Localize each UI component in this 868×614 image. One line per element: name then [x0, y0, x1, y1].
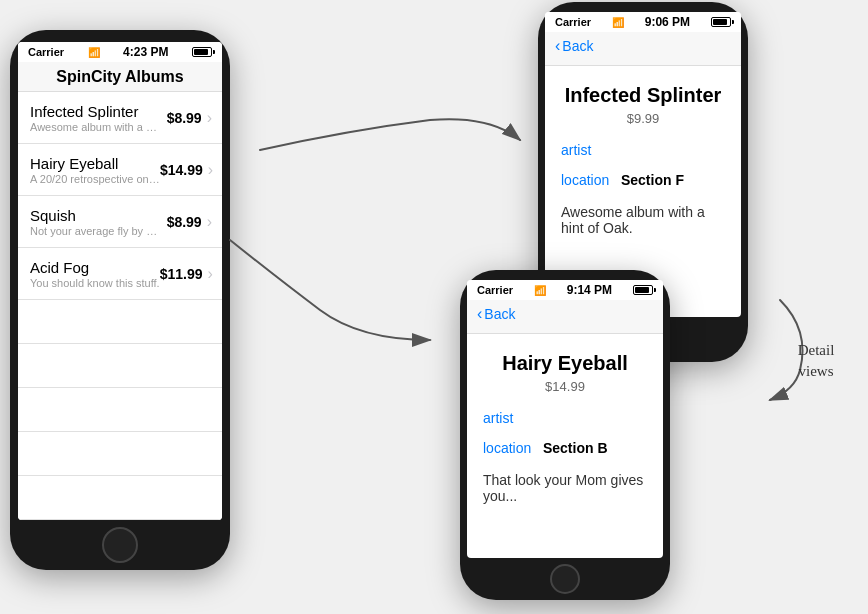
- status-bar-list: Carrier 📶 4:23 PM: [18, 42, 222, 62]
- chevron-icon-1: ›: [208, 161, 213, 179]
- time-list: 4:23 PM: [123, 45, 168, 59]
- back-button-1[interactable]: ‹ Back: [555, 38, 731, 54]
- nav-bar-list: SpinCity Albums: [18, 62, 222, 92]
- row-price-3: $11.99: [160, 266, 203, 282]
- table-row[interactable]: Infected Splinter Awesome album with a h…: [18, 92, 222, 144]
- phone-detail-hairy: Carrier 📶 9:14 PM ‹ Back Hairy Eyeball $…: [460, 270, 670, 600]
- row-title-1: Hairy Eyeball: [30, 155, 160, 172]
- carrier-d2: Carrier: [477, 284, 513, 296]
- row-subtitle-1: A 20/20 retrospective on Classi...: [30, 173, 160, 185]
- row-title-3: Acid Fog: [30, 259, 160, 276]
- location-value-1: Section F: [621, 172, 684, 188]
- table-row[interactable]: Squish Not your average fly by night b..…: [18, 196, 222, 248]
- detail1-location: location Section F: [561, 172, 725, 188]
- nav-bar-detail1: ‹ Back: [545, 32, 741, 66]
- empty-row: [18, 476, 222, 520]
- detail1-content: Infected Splinter $9.99 artist location …: [545, 66, 741, 254]
- battery-icon-d2: [633, 285, 653, 295]
- detail2-screen: Carrier 📶 9:14 PM ‹ Back Hairy Eyeball $…: [467, 280, 663, 558]
- detail1-title: Infected Splinter: [561, 84, 725, 107]
- row-content-2: Squish Not your average fly by night b..…: [30, 207, 167, 237]
- location-label-1: location: [561, 172, 609, 188]
- chevron-icon-2: ›: [207, 213, 212, 231]
- row-subtitle-2: Not your average fly by night b...: [30, 225, 160, 237]
- row-content-3: Acid Fog You should know this stuff.: [30, 259, 160, 289]
- row-content-1: Hairy Eyeball A 20/20 retrospective on C…: [30, 155, 160, 185]
- home-button-list[interactable]: [102, 527, 138, 563]
- detail2-artist[interactable]: artist: [483, 410, 647, 426]
- back-chevron-icon-2: ‹: [477, 306, 482, 322]
- battery-d2: [633, 285, 653, 295]
- wifi-icon-d1: 📶: [612, 17, 624, 28]
- detail2-content: Hairy Eyeball $14.99 artist location Sec…: [467, 334, 663, 522]
- row-subtitle-0: Awesome album with a hint of...: [30, 121, 160, 133]
- carrier-list: Carrier: [28, 46, 64, 58]
- detail1-artist[interactable]: artist: [561, 142, 725, 158]
- carrier-d1: Carrier: [555, 16, 591, 28]
- battery-icon-list: [192, 47, 212, 57]
- time-d1: 9:06 PM: [645, 15, 690, 29]
- detail1-price: $9.99: [561, 111, 725, 126]
- location-label-2: location: [483, 440, 531, 456]
- detail2-description: That look your Mom gives you...: [483, 472, 647, 504]
- back-chevron-icon-1: ‹: [555, 38, 560, 54]
- battery-list: [192, 47, 212, 57]
- wifi-icon-d2: 📶: [534, 285, 546, 296]
- detail2-title: Hairy Eyeball: [483, 352, 647, 375]
- chevron-icon-0: ›: [207, 109, 212, 127]
- row-price-2: $8.99: [167, 214, 202, 230]
- back-button-2[interactable]: ‹ Back: [477, 306, 653, 322]
- row-price-0: $8.99: [167, 110, 202, 126]
- wifi-icon-list: 📶: [88, 47, 100, 58]
- empty-row: [18, 300, 222, 344]
- empty-row: [18, 344, 222, 388]
- detail1-description: Awesome album with a hint of Oak.: [561, 204, 725, 236]
- location-value-2: Section B: [543, 440, 608, 456]
- list-screen: Carrier 📶 4:23 PM SpinCity Albums Infect…: [18, 42, 222, 520]
- back-label-2: Back: [484, 306, 515, 322]
- status-bar-detail2: Carrier 📶 9:14 PM: [467, 280, 663, 300]
- arrow-to-detail2: [200, 220, 490, 380]
- row-title-2: Squish: [30, 207, 167, 224]
- row-title-0: Infected Splinter: [30, 103, 167, 120]
- battery-d1: [711, 17, 731, 27]
- detail2-location: location Section B: [483, 440, 647, 456]
- battery-icon-d1: [711, 17, 731, 27]
- home-button-d2[interactable]: [550, 564, 580, 594]
- nav-bar-detail2: ‹ Back: [467, 300, 663, 334]
- back-label-1: Back: [562, 38, 593, 54]
- detail-views-label: Detailviews: [776, 340, 856, 382]
- table-row[interactable]: Acid Fog You should know this stuff. $11…: [18, 248, 222, 300]
- empty-row: [18, 432, 222, 476]
- empty-row: [18, 388, 222, 432]
- row-price-1: $14.99: [160, 162, 203, 178]
- status-bar-detail1: Carrier 📶 9:06 PM: [545, 12, 741, 32]
- row-subtitle-3: You should know this stuff.: [30, 277, 160, 289]
- chevron-icon-3: ›: [207, 265, 212, 283]
- row-content-0: Infected Splinter Awesome album with a h…: [30, 103, 167, 133]
- time-d2: 9:14 PM: [567, 283, 612, 297]
- arrow-to-detail1: [230, 90, 550, 250]
- phone-list: Carrier 📶 4:23 PM SpinCity Albums Infect…: [10, 30, 230, 570]
- table-row[interactable]: Hairy Eyeball A 20/20 retrospective on C…: [18, 144, 222, 196]
- list-title: SpinCity Albums: [56, 68, 183, 85]
- detail2-price: $14.99: [483, 379, 647, 394]
